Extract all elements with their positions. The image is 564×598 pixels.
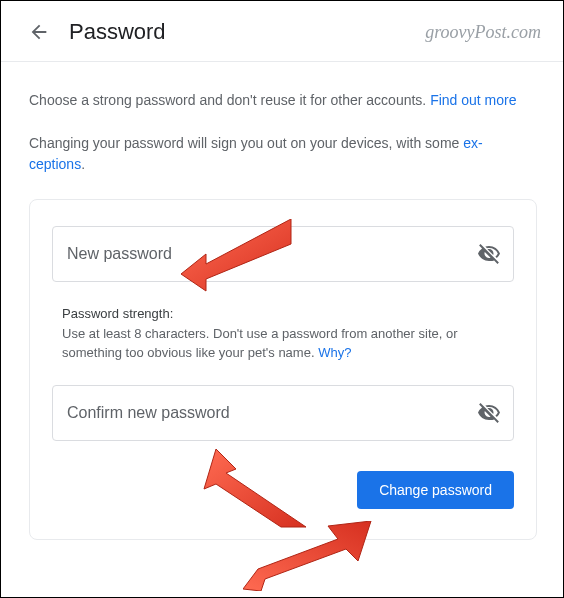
password-card: Password strength: Use at least 8 charac… xyxy=(29,199,537,540)
visibility-off-icon[interactable] xyxy=(477,242,501,266)
strength-text: Use at least 8 characters. Don't use a p… xyxy=(62,325,514,363)
actions-row: Change password xyxy=(52,471,514,509)
strength-text-content: Use at least 8 characters. Don't use a p… xyxy=(62,326,458,360)
find-out-more-link[interactable]: Find out more xyxy=(430,92,516,108)
confirm-password-field-wrap xyxy=(52,385,514,441)
watermark-text: groovyPost.com xyxy=(425,22,541,43)
desc1-text: Choose a strong password and don't reuse… xyxy=(29,92,430,108)
desc2-text: Changing your password will sign you out… xyxy=(29,135,463,151)
page-title: Password xyxy=(69,19,166,45)
visibility-off-icon[interactable] xyxy=(477,401,501,425)
change-password-button[interactable]: Change password xyxy=(357,471,514,509)
new-password-field-wrap xyxy=(52,226,514,282)
header: Password groovyPost.com xyxy=(1,1,563,62)
password-strength-block: Password strength: Use at least 8 charac… xyxy=(62,306,514,363)
why-link[interactable]: Why? xyxy=(318,345,351,360)
new-password-input[interactable] xyxy=(67,245,463,263)
desc2-after: . xyxy=(81,156,85,172)
strength-label: Password strength: xyxy=(62,306,514,321)
confirm-password-input[interactable] xyxy=(67,404,463,422)
back-arrow-icon[interactable] xyxy=(27,20,51,44)
content-area: Choose a strong password and don't reuse… xyxy=(1,62,563,560)
description-2: Changing your password will sign you out… xyxy=(29,133,537,175)
description-1: Choose a strong password and don't reuse… xyxy=(29,90,537,111)
